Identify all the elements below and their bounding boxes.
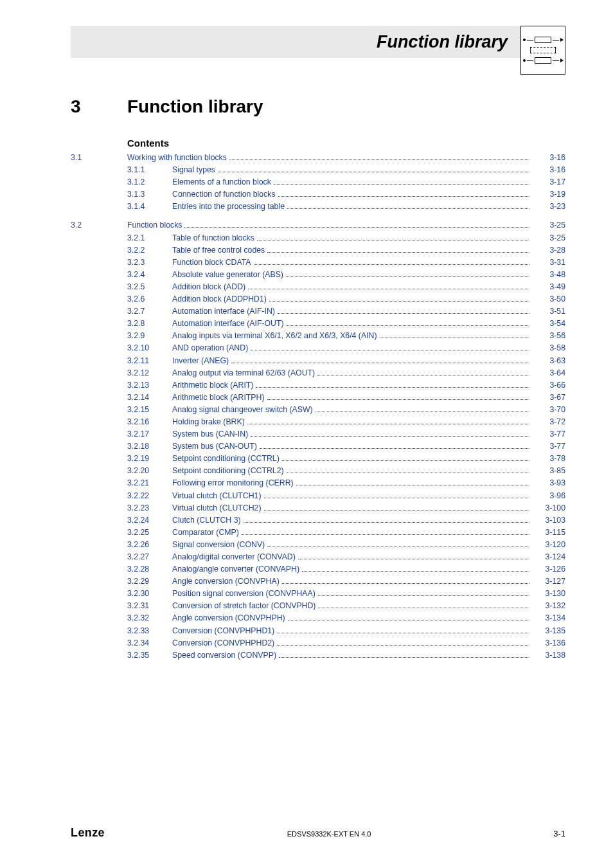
toc-entry-number: 3.2.22 bbox=[127, 492, 172, 500]
toc-leader-dots bbox=[277, 645, 529, 646]
toc-entry-level2[interactable]: 3.2.28Analog/angle converter (CONVAPH)3-… bbox=[71, 565, 565, 573]
toc-entry-title: Clutch (CLUTCH 3) bbox=[172, 516, 241, 524]
toc-leader-dots bbox=[231, 363, 529, 363]
toc-entry-level2[interactable]: 3.2.12Analog output via terminal 62/63 (… bbox=[71, 369, 565, 377]
toc-entry-level2[interactable]: 3.2.2Table of free control codes3-28 bbox=[71, 246, 565, 254]
toc-entry-level2[interactable]: 3.2.10AND operation (AND)3-58 bbox=[71, 344, 565, 352]
toc-entry-number: 3.2.6 bbox=[127, 295, 172, 303]
toc-entry-level2[interactable]: 3.2.13Arithmetic block (ARIT)3-66 bbox=[71, 381, 565, 389]
toc-entry-level2[interactable]: 3.2.34Conversion (CONVPHPHD2)3-136 bbox=[71, 639, 565, 647]
toc-entry-level2[interactable]: 3.2.1Table of function blocks3-25 bbox=[71, 234, 565, 242]
toc-entry-level2[interactable]: 3.2.26Signal conversion (CONV)3-120 bbox=[71, 541, 565, 548]
toc-leader-dots bbox=[302, 571, 529, 572]
toc-entry-title: System bus (CAN-IN) bbox=[172, 430, 248, 438]
toc-leader-dots bbox=[278, 196, 529, 197]
header-band: Function library bbox=[71, 26, 565, 58]
toc-entry-level2[interactable]: 3.2.8Automation interface (AIF-OUT)3-54 bbox=[71, 320, 565, 327]
toc-entry-level2[interactable]: 3.2.27Analog/digital converter (CONVAD)3… bbox=[71, 553, 565, 561]
toc-entry-level2[interactable]: 3.2.14Arithmetic block (ARITPH)3-67 bbox=[71, 393, 565, 401]
toc-entry-level2[interactable]: 3.2.6Addition block (ADDPHD1)3-50 bbox=[71, 295, 565, 303]
toc-entry-number: 3.2.24 bbox=[127, 516, 172, 524]
toc-entry-title: Analog output via terminal 62/63 (AOUT) bbox=[172, 369, 315, 377]
toc-entry-level2[interactable]: 3.2.18System bus (CAN-OUT)3-77 bbox=[71, 442, 565, 450]
toc-entry-number: 3.2.16 bbox=[127, 418, 172, 426]
toc-entry-page: 3-100 bbox=[532, 504, 565, 512]
fb-line-icon bbox=[553, 60, 559, 61]
toc-entry-level2[interactable]: 3.2.5Addition block (ADD)3-49 bbox=[71, 283, 565, 291]
chapter-title: Function library bbox=[127, 96, 263, 117]
fb-box-icon bbox=[535, 57, 551, 64]
toc-entry-level2[interactable]: 3.2.25Comparator (CMP)3-115 bbox=[71, 529, 565, 536]
toc-leader-dots bbox=[298, 559, 529, 559]
toc-entry-level2[interactable]: 3.2.15Analog signal changeover switch (A… bbox=[71, 406, 565, 413]
toc-entry-page: 3-93 bbox=[532, 479, 565, 487]
toc-leader-dots bbox=[264, 498, 530, 498]
toc-entry-title: Automation interface (AIF-OUT) bbox=[172, 320, 284, 327]
toc-entry-page: 3-16 bbox=[532, 166, 565, 174]
toc-entry-level2[interactable]: 3.2.23Virtual clutch (CLUTCH2)3-100 bbox=[71, 504, 565, 512]
toc-entry-page: 3-50 bbox=[532, 295, 565, 303]
toc-entry-page: 3-127 bbox=[532, 577, 565, 585]
toc-entry-level2[interactable]: 3.2.31Conversion of stretch factor (CONV… bbox=[71, 602, 565, 610]
toc-entry-level2[interactable]: 3.2.7Automation interface (AIF-IN)3-51 bbox=[71, 307, 565, 315]
toc-entry-level2[interactable]: 3.2.9Analog inputs via terminal X6/1, X6… bbox=[71, 332, 565, 339]
toc-entry-level2[interactable]: 3.2.24Clutch (CLUTCH 3)3-103 bbox=[71, 516, 565, 524]
toc-entry-page: 3-72 bbox=[532, 418, 565, 426]
fb-line-icon bbox=[553, 40, 559, 41]
function-block-icon bbox=[520, 26, 565, 75]
toc-entry-level2[interactable]: 3.2.32Angle conversion (CONVPHPH)3-134 bbox=[71, 614, 565, 622]
toc-entry-number: 3.2.25 bbox=[127, 529, 172, 536]
toc-entry-level2[interactable]: 3.2.19Setpoint conditioning (CCTRL)3-78 bbox=[71, 455, 565, 462]
contents-label: Contents bbox=[127, 138, 565, 149]
toc-entry-level2[interactable]: 3.2.30Position signal conversion (CONVPH… bbox=[71, 590, 565, 597]
toc-entry-number: 3.2.1 bbox=[127, 234, 172, 242]
toc-entry-level2[interactable]: 3.2.35Speed conversion (CONVPP)3-138 bbox=[71, 651, 565, 659]
table-of-contents: 3.1Working with function blocks3-163.1.1… bbox=[71, 154, 565, 659]
toc-leader-dots bbox=[247, 424, 529, 424]
page: Function library 3 Function library Cont… bbox=[0, 0, 613, 868]
toc-entry-page: 3-51 bbox=[532, 307, 565, 315]
toc-leader-dots bbox=[244, 522, 529, 523]
toc-entry-title: Elements of a function block bbox=[172, 178, 271, 186]
toc-entry-level2[interactable]: 3.2.11Inverter (ANEG)3-63 bbox=[71, 357, 565, 365]
toc-entry-level2[interactable]: 3.1.2Elements of a function block3-17 bbox=[71, 178, 565, 186]
toc-entry-page: 3-16 bbox=[532, 154, 565, 161]
toc-entry-level2[interactable]: 3.2.29Angle conversion (CONVPHA)3-127 bbox=[71, 577, 565, 585]
toc-entry-page: 3-85 bbox=[532, 467, 565, 475]
toc-entry-number: 3.2.10 bbox=[127, 344, 172, 352]
toc-leader-dots bbox=[267, 252, 529, 253]
fb-line-icon bbox=[527, 60, 533, 61]
toc-entry-level2[interactable]: 3.2.22Virtual clutch (CLUTCH1)3-96 bbox=[71, 492, 565, 500]
toc-leader-dots bbox=[260, 448, 529, 449]
toc-entry-number: 3.2.9 bbox=[127, 332, 172, 339]
toc-entry-title: Setpoint conditioning (CCTRL2) bbox=[172, 467, 284, 475]
toc-entry-title: Automation interface (AIF-IN) bbox=[172, 307, 275, 315]
toc-entry-page: 3-130 bbox=[532, 590, 565, 597]
toc-entry-level2[interactable]: 3.1.1Signal types3-16 bbox=[71, 166, 565, 174]
footer-page-number: 3-1 bbox=[553, 829, 565, 838]
toc-leader-dots bbox=[279, 657, 529, 658]
toc-entry-level2[interactable]: 3.2.20Setpoint conditioning (CCTRL2)3-85 bbox=[71, 467, 565, 475]
toc-entry-level2[interactable]: 3.1.4Entries into the processing table3-… bbox=[71, 203, 565, 210]
toc-entry-title: Arithmetic block (ARITPH) bbox=[172, 393, 265, 401]
toc-entry-level1[interactable]: 3.1Working with function blocks3-16 bbox=[71, 154, 565, 161]
toc-entry-level2[interactable]: 3.2.4Absolute value generator (ABS)3-48 bbox=[71, 271, 565, 278]
toc-entry-title: Conversion (CONVPHPHD1) bbox=[172, 627, 274, 635]
toc-entry-level2[interactable]: 3.1.3Connection of function blocks3-19 bbox=[71, 190, 565, 198]
toc-entry-level2[interactable]: 3.2.21Following error monitoring (CERR)3… bbox=[71, 479, 565, 487]
footer-doc-id: EDSVS9332K-EXT EN 4.0 bbox=[287, 830, 371, 838]
toc-entry-title: Virtual clutch (CLUTCH1) bbox=[172, 492, 262, 500]
fb-box-dashed-icon bbox=[530, 47, 556, 53]
toc-leader-dots bbox=[282, 583, 529, 584]
toc-entry-level1[interactable]: 3.2Function blocks3-25 bbox=[71, 221, 565, 229]
toc-entry-title: Addition block (ADD) bbox=[172, 283, 245, 291]
toc-entry-number: 3.2.35 bbox=[127, 651, 172, 659]
toc-leader-dots bbox=[248, 289, 529, 289]
toc-entry-level2[interactable]: 3.2.33Conversion (CONVPHPHD1)3-135 bbox=[71, 627, 565, 635]
toc-entry-number: 3.2.11 bbox=[127, 357, 172, 365]
toc-entry-level2[interactable]: 3.2.17System bus (CAN-IN)3-77 bbox=[71, 430, 565, 438]
toc-entry-level2[interactable]: 3.2.3Function block CDATA3-31 bbox=[71, 258, 565, 266]
toc-entry-level2[interactable]: 3.2.16Holding brake (BRK)3-72 bbox=[71, 418, 565, 426]
fb-box-icon bbox=[535, 37, 551, 43]
toc-entry-title: Analog/digital converter (CONVAD) bbox=[172, 553, 296, 561]
